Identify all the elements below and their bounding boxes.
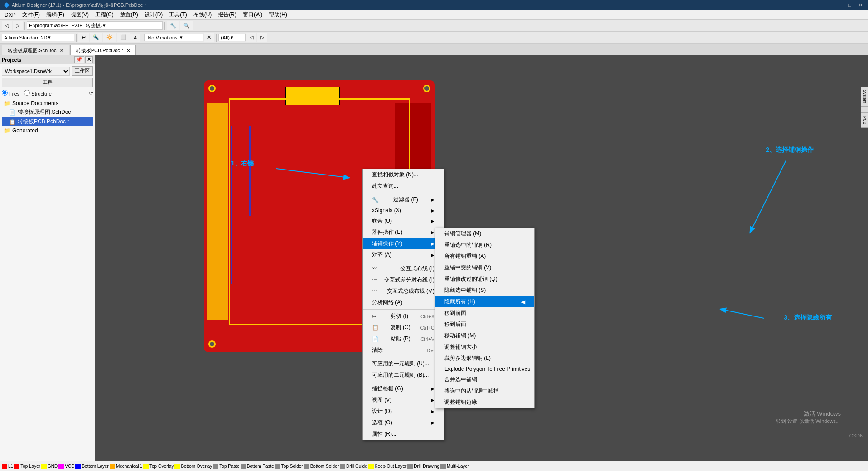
structure-radio[interactable] [24,90,30,96]
tree-item-schematic[interactable]: 📄 转接板原理图.SchDoc [2,107,93,117]
layer-keepout[interactable]: Keep-Out Layer [368,464,407,469]
cm-pour-ops[interactable]: 辅铜操作 (Y) ▶ [363,238,444,249]
doc-tab-pcb-close[interactable]: ✕ [126,48,130,53]
doc-tab-schematic[interactable]: 转接板原理图.SchDoc ✕ [2,45,69,55]
canvas-area[interactable]: 1、右键 2、选择铺铜操作 3、选择隐藏所有 查找相似对象 (N)... [95,55,868,461]
tree-item-source[interactable]: 📁 Source Documents [2,99,93,107]
workspace-select[interactable]: Workspace1.DsnWrk [2,67,70,76]
cm-copy[interactable]: 📋 复制 (C) Ctrl+C [363,322,444,333]
sm-explode[interactable]: Explode Polygon To Free Primitives [435,364,534,374]
menubar-item-W[interactable]: 窗口(W) [240,10,265,19]
sm-trim-pour[interactable]: 裁剪多边形辅铜 (L) [435,353,534,364]
far-right-compiler[interactable]: 设计编译器 [861,107,868,113]
layer-mechanical1[interactable]: Mechanical 1 [110,464,142,469]
far-right-system[interactable]: System [861,87,868,107]
sm-repour-selected[interactable]: 重铺选中的铺铜 (R) [435,239,534,251]
layer-drill-guide[interactable]: Drill Guide [340,464,367,469]
view-mode-dropdown[interactable]: Altium Standard 2D ▾ [2,34,74,41]
tb2-btn1[interactable]: ↩ [78,33,89,42]
layer-top-paste[interactable]: Top Paste [213,464,239,469]
cm-view[interactable]: 视图 (V) ▶ [363,394,444,406]
menubar-item-C[interactable]: 工程(C) [92,10,116,19]
sm-repour-modified[interactable]: 重铺修改过的铺铜 (Q) [435,273,534,285]
titlebar-controls[interactable]: ─ □ ✕ [836,2,864,8]
layer-vcc[interactable]: VCC [58,464,74,469]
tb2-nav2[interactable]: ▷ [257,33,267,42]
tb2-btn4[interactable]: ⬜ [117,33,130,42]
sm-move-back[interactable]: 移到后面 [435,319,534,330]
sm-repour-all[interactable]: 所有铺铜重铺 (A) [435,251,534,262]
path-dropdown[interactable]: E:\program\ad\EE_PXIE_转接板\ ▾ [27,21,163,30]
layer-multi[interactable]: Multi-Layer [440,464,469,469]
sm-repour-conflict[interactable]: 重铺中突的铺铜 (V) [435,262,534,273]
menubar-item-V[interactable]: 视图(V) [68,10,92,19]
sm-hide-selected[interactable]: 隐藏选中铺铜 (S) [435,285,534,296]
structure-radio-label[interactable]: Structure [24,90,52,97]
cm-interactive-route[interactable]: 〰 交互式布线 (I) [363,263,444,274]
layer-top[interactable]: Top Layer [14,464,40,469]
panel-close-button[interactable]: ✕ [85,56,93,63]
toolbar-btn-1[interactable]: 🔧 [167,21,179,30]
sm-move-pour[interactable]: 移动辅铜 (M) [435,330,534,341]
far-right-pcb[interactable]: PCB [861,113,868,128]
sm-resize-pour[interactable]: 调整辅铜大小 [435,341,534,353]
layer-gnd[interactable]: GND [41,464,58,469]
cm-create-query[interactable]: 建立查询... [363,180,444,192]
menubar-item-F[interactable]: 文件(F) [19,10,43,19]
variations-dropdown[interactable]: [No Variations] ▾ [144,34,203,41]
cm-binary-rules[interactable]: 可应用的二元规则 (B)... [363,369,444,381]
tree-item-pcb[interactable]: 📋 转接板PCB.PcbDoc * [2,117,93,126]
refresh-button[interactable]: ⟳ [89,90,93,97]
minimize-button[interactable]: ─ [836,2,843,8]
cm-filter[interactable]: 🔧 过滤器 (F) ▶ [363,194,444,205]
tb2-btn2[interactable]: 🔦 [90,33,102,42]
clear-btn[interactable]: ✕ [204,33,214,42]
layer-bottom[interactable]: Bottom Layer [75,464,108,469]
project-button[interactable]: 工程 [2,78,93,87]
forward-button[interactable]: ▷ [13,21,23,30]
tb2-btn3[interactable]: 🔆 [103,33,116,42]
panel-pin-button[interactable]: 📌 [74,56,84,63]
cm-delete[interactable]: 清除 Del [363,345,444,356]
doc-tab-pcb[interactable]: 转接板PCB.PcbDoc * ✕ [70,45,136,55]
sm-move-front[interactable]: 移到前面 [435,307,534,319]
cm-paste[interactable]: 📄 粘贴 (P) Ctrl+V [363,333,444,345]
toolbar-btn-2[interactable]: 🔍 [180,21,193,30]
tb2-nav1[interactable]: ◁ [246,33,256,42]
sm-merge[interactable]: 合并选中铺铜 [435,374,534,385]
menubar-item-DXP[interactable]: DXP [2,11,19,19]
cm-union[interactable]: 联合 (U) ▶ [363,215,444,227]
layer-top-overlay[interactable]: Top Overlay [143,464,174,469]
menubar-item-P[interactable]: 放置(P) [117,10,141,19]
layer-bottom-paste[interactable]: Bottom Paste [241,464,274,469]
cm-options[interactable]: 选项 (O) ▶ [363,417,444,428]
cm-properties[interactable]: 属性 (R)... [363,428,444,440]
menubar-item-T[interactable]: 工具(T) [166,10,189,19]
cm-diff-route[interactable]: 〰 交互式差分对布线 (I) [363,274,444,286]
tree-item-generated[interactable]: 📁 Generated [2,126,93,135]
sm-hide-all[interactable]: 隐藏所有 (H) ◀ [435,296,534,307]
layer-l1[interactable]: L1 [2,464,13,469]
tb2-btn5[interactable]: A [130,34,140,42]
layer-bottom-overlay[interactable]: Bottom Overlay [174,464,212,469]
cm-xsignals[interactable]: xSignals (X) ▶ [363,205,444,215]
panel-header-buttons[interactable]: 📌 ✕ [74,56,93,63]
files-radio[interactable] [2,90,8,96]
layer-bottom-solder[interactable]: Bottom Solder [304,464,339,469]
cm-analyze-net[interactable]: 分析网络 (A) [363,297,444,308]
sm-pour-manager[interactable]: 铺铜管理器 (M) [435,228,534,239]
files-radio-label[interactable]: Files [2,90,19,97]
back-button[interactable]: ◁ [2,21,12,30]
menubar-item-R[interactable]: 报告(R) [215,10,239,19]
menubar-item-U[interactable]: 布线(U) [191,10,215,19]
maximize-button[interactable]: □ [846,2,853,8]
menubar-item-D[interactable]: 设计(D) [142,10,166,19]
doc-tab-schematic-close[interactable]: ✕ [60,48,63,53]
cm-unary-rules[interactable]: 可应用的一元规则 (U)... [363,358,444,369]
workspace-button[interactable]: 工作区 [72,66,93,76]
layer-drill-drawing[interactable]: Drill Drawing [407,464,439,469]
all-dropdown[interactable]: (All) ▾ [218,34,246,41]
layer-top-solder[interactable]: Top Solder [275,464,303,469]
menubar-item-H[interactable]: 帮助(H) [266,10,290,19]
cm-align[interactable]: 对齐 (A) ▶ [363,249,444,261]
